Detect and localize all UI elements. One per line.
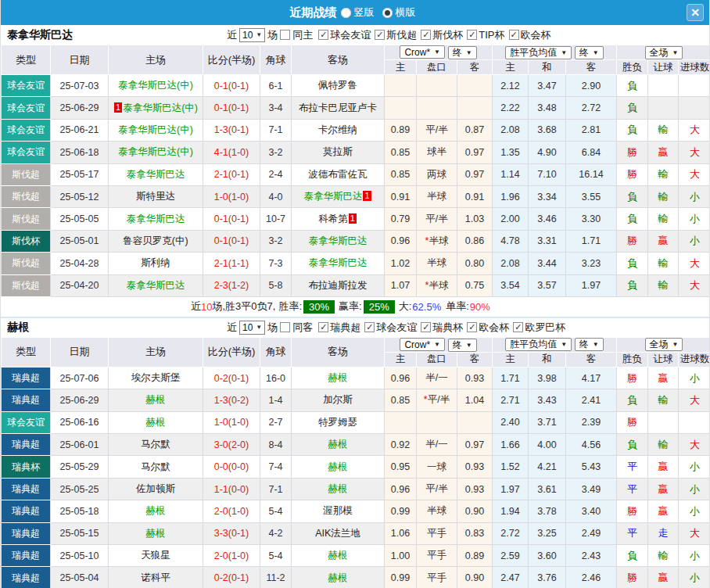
league-checkbox[interactable]: ✓: [467, 322, 477, 332]
league-checkbox[interactable]: ✓: [513, 322, 523, 332]
mean-home: 2.12: [493, 75, 529, 97]
score-cell: 0-1(0-1): [203, 75, 260, 97]
away-team: 赫根: [292, 367, 385, 389]
mean-home: 1.71: [493, 367, 529, 389]
team-name-text: 天狼星: [141, 550, 170, 561]
col-header-date: 日期: [51, 45, 109, 75]
league-badge: 瑞典超: [2, 367, 51, 389]
recent-count-select[interactable]: 10▼: [239, 28, 265, 42]
result-wdl: 負: [617, 119, 648, 141]
league-checkbox[interactable]: ✓: [421, 30, 431, 40]
team-name-text: 泰拿华斯巴达: [309, 257, 368, 268]
odds-company-dropdown[interactable]: Crow*▼: [400, 338, 445, 351]
close-button[interactable]: ✕: [687, 4, 704, 21]
away-team: 布拉迪斯拉发: [292, 274, 385, 296]
odds-handicap: 半球: [417, 253, 457, 274]
final-odds-dropdown[interactable]: 终▼: [448, 46, 477, 59]
same-home-checkbox[interactable]: [280, 30, 290, 40]
league-badge: 斯伐超: [2, 208, 51, 230]
home-team: 赫根: [109, 500, 203, 522]
fulltime-score: 0-1: [214, 235, 228, 246]
match-row: 球会友谊25-06-18泰拿华斯巴达(中)4-1(1-0)3-2莫拉斯0.85球…: [2, 142, 710, 163]
corner-score: 1-4: [260, 389, 292, 411]
scope-dropdown[interactable]: 全场▼: [645, 46, 683, 59]
odds-home: 0.96: [385, 230, 417, 252]
final-mean-dropdown[interactable]: 终▼: [575, 46, 604, 59]
score-cell: 1-3(0-1): [203, 119, 260, 141]
league-badge: 斯伐超: [2, 163, 51, 185]
team-name: 泰拿华斯巴达: [7, 28, 73, 42]
fulltime-score: 1-3: [214, 395, 228, 406]
league-badge: 球会友谊: [2, 119, 51, 141]
league-badge: 斯伐杯: [2, 230, 51, 252]
halftime-score: (1-0): [228, 550, 249, 561]
same-away-checkbox[interactable]: [280, 322, 290, 332]
league-checkbox-label: 斯伐杯: [432, 28, 463, 42]
sub-header-goals: 进球数: [679, 60, 710, 75]
mean-home: 2.40: [493, 411, 529, 433]
result-wdl: 負: [617, 389, 648, 411]
team-name-text: 赫根: [328, 461, 348, 472]
mean-home: 1.14: [493, 163, 529, 185]
mean-draw: 3.61: [529, 478, 566, 500]
mean-away: 5.43: [566, 456, 617, 478]
league-checkbox[interactable]: ✓: [375, 30, 385, 40]
mean-dropdown[interactable]: 胜平负均值▼: [505, 338, 572, 351]
league-checkbox-label: 欧罗巴杯: [525, 321, 565, 335]
result-handicap: [648, 411, 679, 433]
odds-away: 0.89: [457, 545, 493, 567]
col-header-score: 比分(半场): [203, 337, 260, 367]
league-checkbox[interactable]: ✓: [509, 30, 519, 40]
filters-team2: 近 10▼ 场 同客 ✓瑞典超✓球会友谊✓瑞典杯✓欧会杯✓欧罗巴杯: [227, 318, 565, 337]
col-header-date: 日期: [51, 337, 109, 367]
fulltime-score: 2-0: [214, 550, 228, 561]
halftime-score: (1-0): [228, 506, 249, 517]
odds-handicap: [417, 411, 457, 433]
result-wdl: 勝: [617, 367, 648, 389]
league-checkbox[interactable]: ✓: [421, 322, 431, 332]
halftime-score: (0-1): [228, 213, 249, 224]
team-name-text: 泰拿华斯巴达(中): [118, 80, 193, 91]
layout-radio-selected[interactable]: [382, 8, 393, 18]
games-label: 场: [267, 28, 278, 42]
mean-dropdown[interactable]: 胜平负均值▼: [505, 46, 572, 59]
home-team: 天狼星: [109, 545, 203, 567]
team-name-text: 赫根: [328, 550, 348, 561]
odds-home: 0.85: [385, 163, 417, 185]
odds-home: 1.02: [385, 253, 417, 274]
chevron-down-icon: ▼: [672, 341, 679, 348]
home-team: 泰拿华斯巴达(中): [109, 119, 203, 141]
final-odds-dropdown[interactable]: 终▼: [448, 339, 477, 352]
team-name-text: 波德布雷佐瓦: [309, 169, 368, 180]
col-header-away: 客场: [292, 337, 385, 367]
odds-company-dropdown[interactable]: Crow*▼: [400, 45, 445, 59]
odds-handicap: [417, 75, 457, 97]
mean-home: 2.47: [493, 567, 529, 588]
match-row: 斯伐超25-04-20泰拿华斯巴达2-3(1-2)5-8布拉迪斯拉发1.07*半…: [2, 274, 710, 296]
col-header-corner: 角球: [260, 337, 292, 367]
result-wdl: 勝: [617, 411, 648, 433]
profit-rate-value: 25%: [364, 300, 395, 314]
final-mean-dropdown[interactable]: 终▼: [575, 338, 604, 351]
league-checkbox[interactable]: ✓: [318, 322, 328, 332]
league-checkbox-label: 欧会杯: [479, 321, 509, 335]
recent-count-select[interactable]: 10▼: [239, 321, 265, 335]
layout-radio-option[interactable]: [341, 8, 351, 18]
team-name-text: 鲁容贝罗克(中): [123, 235, 188, 246]
mean-away: 2.41: [566, 389, 617, 411]
league-checkbox[interactable]: ✓: [467, 30, 477, 40]
home-team: 泰拿华斯巴达: [109, 163, 203, 185]
near-label: 近: [227, 28, 237, 42]
league-checkbox[interactable]: ✓: [318, 30, 328, 40]
league-checkbox[interactable]: ✓: [364, 322, 375, 332]
team-name-text: 泰拿华斯巴达: [127, 213, 185, 224]
scope-dropdown[interactable]: 全场▼: [645, 338, 683, 351]
result-goals: [679, 411, 710, 433]
corner-score: 6-1: [260, 75, 292, 97]
result-handicap: 輸: [648, 185, 679, 207]
odds-away: 0.90: [457, 567, 493, 588]
sub-header-odds-away: 客: [457, 60, 493, 75]
mean-home: 2.08: [493, 119, 529, 141]
result-goals: 小: [679, 230, 710, 252]
match-row: 瑞典超25-05-25佐加顿斯1-1(0-0)7-1赫根0.96平/半0.931…: [2, 478, 710, 500]
